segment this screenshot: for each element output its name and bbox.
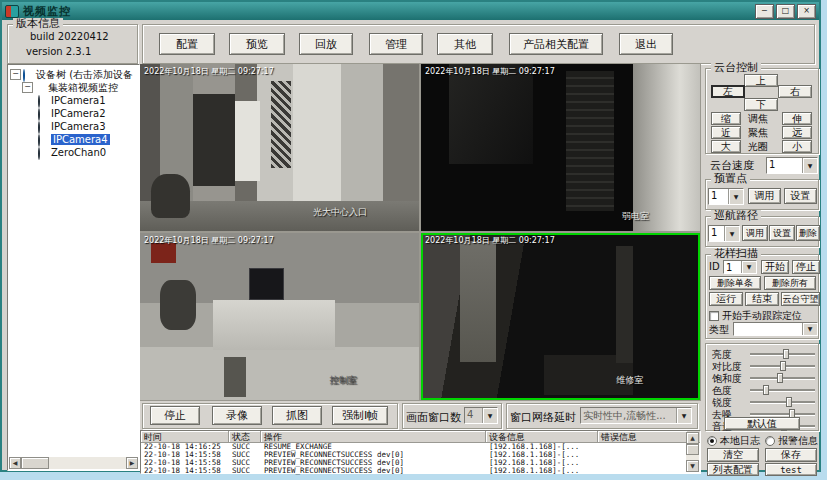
pattern-end-button[interactable]: 结束 [745,292,779,306]
exit-button[interactable]: 退出 [619,33,673,55]
cruise-call-button[interactable]: 调用 [742,225,768,241]
focus-near-button[interactable]: 近 [711,126,741,139]
pattern-id-select[interactable]: 1 ▼ [723,260,757,274]
pattern-delete-one-button[interactable]: 删除单条 [709,276,761,290]
video-feed-4[interactable]: 2022年10月18日 星期二 09:27:17 维修室 [421,233,700,400]
scroll-down-icon[interactable]: ▼ [686,460,699,472]
expander-icon[interactable]: − [22,82,33,93]
chevron-down-icon[interactable]: ▼ [724,226,739,241]
default-values-button[interactable]: 默认值 [724,417,800,430]
preset-call-button[interactable]: 调用 [748,188,781,204]
pattern-run-button[interactable]: 运行 [709,292,743,306]
chevron-down-icon[interactable]: ▼ [802,323,817,335]
tree-item-ipcamera4[interactable]: IPCamera4 [8,133,139,146]
product-config-button[interactable]: 产品相关配置 [509,33,603,55]
tree-item-zerochan0[interactable]: ZeroChan0 [8,146,139,159]
hue-slider[interactable]: 色度 [712,384,817,396]
ptz-speed-select[interactable]: 1 ▼ [766,157,818,174]
tree-item-ipcamera3[interactable]: IPCamera3 [8,120,139,133]
cruise-delete-button[interactable]: 删除 [796,225,820,241]
sharpness-slider[interactable]: 锐度 [712,396,817,408]
ptz-left-button[interactable]: 左 [711,85,745,98]
window-count-select[interactable]: 4 ▼ [464,407,498,424]
log-row[interactable]: 22-10-18 14:15:58 SUCC PREVIEW_RECONNECT… [141,451,700,459]
chevron-down-icon[interactable]: ▼ [482,408,497,423]
ptz-up-button[interactable]: 上 [744,74,778,87]
pattern-delete-all-button[interactable]: 删除所有 [764,276,816,290]
col-device[interactable]: 设备信息 [486,431,598,442]
col-error[interactable]: 错误信息 [598,431,687,442]
scroll-left-icon[interactable]: ◀ [9,457,21,469]
preset-select[interactable]: 1 ▼ [708,188,744,205]
chevron-down-icon[interactable]: ▼ [741,261,756,273]
record-button[interactable]: 录像 [212,406,262,425]
chevron-down-icon[interactable]: ▼ [728,189,743,204]
ptz-right-button[interactable]: 右 [778,85,812,98]
chevron-down-icon[interactable]: ▼ [802,158,817,173]
slider-thumb[interactable] [783,349,789,359]
config-button[interactable]: 配置 [159,33,215,55]
tracking-checkbox[interactable] [709,311,719,321]
slider-thumb[interactable] [763,385,769,395]
col-time[interactable]: 时间 [141,431,229,442]
video-feed-2[interactable]: 2022年10月18日 星期二 09:27:17 弱电室 [421,64,700,231]
tree-item-ipcamera2[interactable]: IPCamera2 [8,107,139,120]
video-feed-1[interactable]: 2022年10月18日 星期二 09:27:17 光大中心入口 [140,64,419,231]
stop-button[interactable]: 停止 [150,406,200,425]
log-table-header[interactable]: 时间 状态 操作 设备信息 错误信息 [141,431,700,443]
video-feed-3[interactable]: 2022年10月18日 星期二 09:27:17 控制室 [140,233,419,400]
scroll-up-icon[interactable]: ▲ [686,432,699,444]
preset-set-button[interactable]: 设置 [784,188,817,204]
tree-horizontal-scrollbar[interactable]: ◀ ▶ [9,457,138,469]
manage-button[interactable]: 管理 [369,33,423,55]
alarm-info-radio[interactable] [765,436,775,446]
playback-button[interactable]: 回放 [299,33,353,55]
preview-button[interactable]: 预览 [229,33,285,55]
maximize-button[interactable]: □ [776,4,795,19]
slider-thumb[interactable] [786,397,792,407]
alarm-info-radio-row[interactable]: 报警信息 [765,434,818,448]
contrast-slider[interactable]: 对比度 [712,360,817,372]
slider-thumb[interactable] [780,361,786,371]
scrollbar-thumb[interactable] [686,444,699,455]
cruise-select[interactable]: 1 ▼ [708,225,740,242]
local-log-radio-row[interactable]: 本地日志 [707,434,760,448]
type-select[interactable]: ▼ [733,322,818,336]
pattern-stop-button[interactable]: 停止 [792,260,820,274]
iris-small-button[interactable]: 小 [782,140,812,153]
col-status[interactable]: 状态 [229,431,261,442]
saturation-slider[interactable]: 饱和度 [712,372,817,384]
clear-button[interactable]: 清空 [707,448,759,462]
cruise-set-button[interactable]: 设置 [769,225,795,241]
other-button[interactable]: 其他 [437,33,493,55]
local-log-radio[interactable] [707,436,717,446]
test-button[interactable]: test [765,463,817,476]
zoom-in-button[interactable]: 伸 [782,112,812,125]
tracking-checkbox-row[interactable]: 开始手动跟踪定位 [709,309,802,323]
close-button[interactable]: × [797,4,816,19]
list-config-button[interactable]: 列表配置 [707,463,759,476]
log-row[interactable]: 22-10-18 14:16:25 SUCC RESUME_EXCHANGE [… [141,443,700,451]
log-row[interactable]: 22-10-18 14:15:58 SUCC PREVIEW_RECONNECT… [141,459,700,467]
ptz-down-button[interactable]: 下 [744,98,778,111]
tree-item-ipcamera1[interactable]: IPCamera1 [8,94,139,107]
title-bar[interactable]: 视频监控 ─ □ × [2,2,819,20]
iris-large-button[interactable]: 大 [711,140,741,153]
slider-thumb[interactable] [777,373,783,383]
minimize-button[interactable]: ─ [755,4,774,19]
zoom-out-button[interactable]: 缩 [711,112,741,125]
ptz-watch-button[interactable]: 云台守望 [781,292,820,306]
expander-icon[interactable]: − [10,69,21,80]
col-operation[interactable]: 操作 [261,431,486,442]
force-iframe-button[interactable]: 强制I帧 [332,406,388,425]
latency-select[interactable]: 实时性中,流畅性... ▼ [580,407,692,424]
chevron-down-icon[interactable]: ▼ [676,408,691,423]
scroll-right-icon[interactable]: ▶ [126,457,138,469]
pattern-start-button[interactable]: 开始 [761,260,789,274]
save-button[interactable]: 保存 [765,448,817,462]
tree-device-group[interactable]: − 集装箱视频监控 [8,81,139,94]
log-vertical-scrollbar[interactable]: ▲ ▼ [686,432,699,472]
focus-far-button[interactable]: 远 [782,126,812,139]
tree-root[interactable]: − 设备树 (右击添加设备 [8,68,139,81]
scrollbar-thumb[interactable] [21,457,49,469]
